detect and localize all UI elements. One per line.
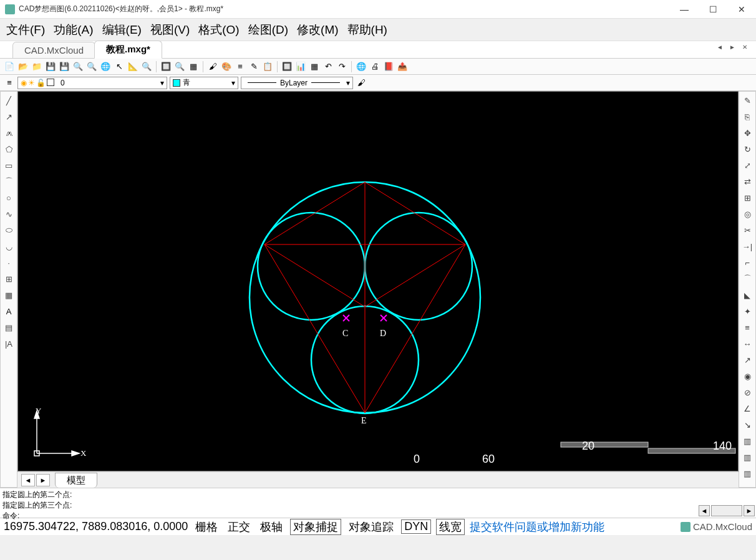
offset-icon[interactable]: ◎	[741, 208, 754, 220]
menu-func[interactable]: 功能(A)	[54, 22, 93, 38]
select-icon[interactable]: ▦	[188, 61, 199, 72]
ellipse-icon[interactable]: ⬭	[2, 224, 15, 236]
status-dyn[interactable]: DYN	[401, 519, 431, 534]
move-icon[interactable]: ✥	[741, 127, 754, 139]
pen-icon[interactable]: ✎	[248, 61, 259, 72]
edit-icon[interactable]: ✎	[741, 94, 754, 107]
layout-next[interactable]: ►	[36, 474, 50, 486]
save-icon[interactable]: 💾	[45, 61, 56, 72]
cmd-scroll-thumb[interactable]	[711, 505, 742, 516]
dimtext-icon[interactable]: |A	[2, 337, 15, 350]
tab-tutorial[interactable]: 教程.mxg*	[94, 41, 162, 59]
doc-icon[interactable]: 📋	[262, 61, 273, 72]
dim-angle-icon[interactable]: ∠	[741, 402, 754, 415]
print-icon[interactable]: 🖨	[369, 61, 380, 72]
block-icon[interactable]: 🔲	[281, 61, 293, 72]
dim-linear-icon[interactable]: ↔	[741, 337, 754, 350]
status-ortho[interactable]: 正交	[225, 519, 253, 534]
open2-icon[interactable]: 📁	[31, 61, 42, 72]
ruler-icon[interactable]: 📐	[127, 61, 138, 72]
leader-icon[interactable]: ↘	[741, 418, 754, 431]
rotate-icon[interactable]: ↻	[741, 143, 754, 155]
tab-prev[interactable]: ◄	[715, 44, 725, 51]
close-button[interactable]: ✕	[727, 0, 756, 19]
layer-mgr-icon[interactable]: ≡	[4, 77, 15, 89]
pan-icon[interactable]: 🌐	[100, 61, 111, 72]
stack3-icon[interactable]: ▥	[741, 467, 754, 480]
trim-icon[interactable]: ✂	[741, 224, 754, 236]
table-icon[interactable]: ▦	[309, 61, 320, 72]
fillet-icon[interactable]: ⌒	[741, 273, 754, 285]
menu-format[interactable]: 格式(O)	[198, 22, 239, 38]
dim-radius-icon[interactable]: ◉	[741, 370, 754, 382]
text-icon[interactable]: A	[2, 305, 15, 317]
menu-draw[interactable]: 绘图(D)	[248, 22, 288, 38]
array-icon[interactable]: ⊞	[741, 191, 754, 204]
extend-icon[interactable]: →|	[741, 240, 754, 253]
status-polar[interactable]: 极轴	[258, 519, 285, 534]
match-prop-icon[interactable]: 🖌	[356, 77, 367, 89]
circle-icon[interactable]: ○	[2, 191, 15, 204]
new-icon[interactable]: 📄	[4, 61, 15, 72]
menu-view[interactable]: 视图(V)	[150, 22, 190, 38]
menu-edit[interactable]: 编辑(E)	[102, 22, 142, 38]
zoom-ext-icon[interactable]: 🔍	[141, 61, 152, 72]
export-icon[interactable]: 📤	[397, 61, 408, 72]
command-area[interactable]: 指定圆上的第二个点: 指定圆上的第三个点: 命令: ◄ ►	[0, 488, 756, 518]
status-grid[interactable]: 栅格	[193, 519, 220, 534]
open-icon[interactable]: 📂	[17, 61, 29, 72]
menu-help[interactable]: 帮助(H)	[347, 22, 387, 38]
tab-close[interactable]: ✕	[740, 44, 750, 51]
block-insert-icon[interactable]: ⊞	[2, 273, 15, 285]
minimize-button[interactable]: —	[670, 0, 699, 19]
mirror-icon[interactable]: ⇄	[741, 175, 754, 188]
undo-icon[interactable]: ↶	[322, 61, 334, 72]
rectangle-icon[interactable]: ▭	[2, 159, 15, 171]
ellipse-arc-icon[interactable]: ◡	[2, 240, 15, 253]
explode-icon[interactable]: ✦	[741, 305, 754, 317]
layout-prev[interactable]: ◄	[21, 474, 35, 486]
scale-icon[interactable]: ⤢	[741, 159, 754, 171]
zoom-icon[interactable]: 🔍	[72, 61, 84, 72]
break-icon[interactable]: ⌐	[741, 256, 754, 269]
mtext-icon[interactable]: ▤	[2, 321, 15, 334]
dim-dia-icon[interactable]: ⊘	[741, 386, 754, 398]
arc-icon[interactable]: ⌒	[2, 175, 15, 188]
saveas-icon[interactable]: 💾	[59, 61, 70, 72]
paint-icon[interactable]: 🎨	[221, 61, 232, 72]
layers-icon[interactable]: ≡	[235, 61, 246, 72]
zoom-prev-icon[interactable]: 🔍	[174, 61, 185, 72]
cmd-scroll-left[interactable]: ◄	[699, 505, 710, 516]
zoomin-icon[interactable]: 🔍	[86, 61, 97, 72]
hatch-icon[interactable]: ▦	[2, 289, 15, 301]
status-feedback-link[interactable]: 提交软件问题或增加新功能	[470, 519, 604, 534]
zoom-win-icon[interactable]: ↖	[114, 61, 125, 72]
cmd-prompt[interactable]: 命令:	[2, 511, 754, 521]
stack2-icon[interactable]: ▥	[741, 451, 754, 463]
globe-icon[interactable]: 🌐	[356, 61, 367, 72]
dim-aligned-icon[interactable]: ↗	[741, 354, 754, 366]
stack1-icon[interactable]: ▥	[741, 435, 754, 447]
tab-cloud[interactable]: CAD.MxCloud	[12, 42, 95, 58]
copy-icon[interactable]: ⎘	[741, 110, 754, 123]
menu-file[interactable]: 文件(F)	[6, 22, 45, 38]
point-icon[interactable]: ·	[2, 256, 15, 269]
align-icon[interactable]: ≡	[741, 321, 754, 334]
polygon-icon[interactable]: ⬠	[2, 143, 15, 155]
dim-icon[interactable]: 📊	[295, 61, 306, 72]
brush-icon[interactable]: 🖌	[207, 61, 218, 72]
linetype-dropdown[interactable]: ByLayer ▾	[241, 77, 353, 89]
zoom-obj-icon[interactable]: 🔲	[160, 61, 172, 72]
maximize-button[interactable]: ☐	[699, 0, 727, 19]
model-tab[interactable]: 模型	[55, 473, 97, 488]
spline-icon[interactable]: ∿	[2, 208, 15, 220]
tab-next[interactable]: ►	[727, 44, 737, 51]
layer-dropdown[interactable]: ◉☀🔓 0 ▾	[17, 77, 167, 89]
pdf-icon[interactable]: 📕	[383, 61, 394, 72]
xline-icon[interactable]: ↗	[2, 110, 15, 123]
drawing-canvas[interactable]: C D E Y X 20140 060	[17, 91, 739, 471]
line-icon[interactable]: ╱	[2, 94, 15, 107]
chamfer-icon[interactable]: ◣	[741, 289, 754, 301]
status-otrack[interactable]: 对象追踪	[346, 519, 396, 534]
polyline-icon[interactable]: ⩕	[2, 127, 15, 139]
